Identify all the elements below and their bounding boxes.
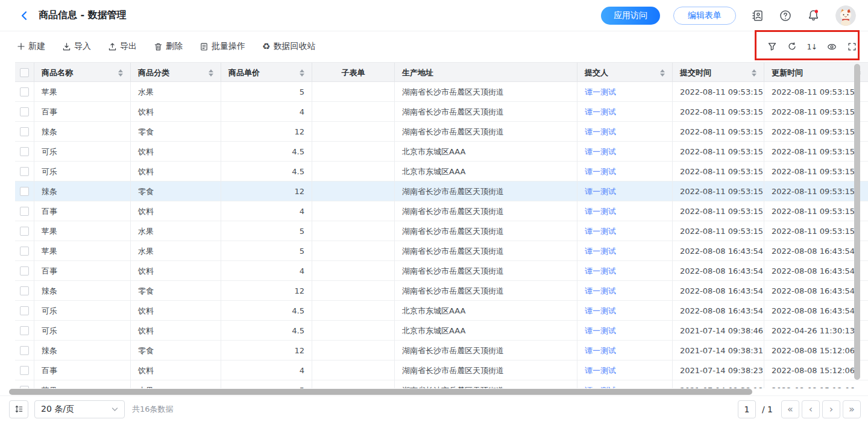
app-access-button[interactable]: 应用访问 — [601, 7, 660, 25]
cell-category: 水果 — [131, 380, 221, 388]
submitter-link[interactable]: 谭一测试 — [585, 286, 616, 297]
help-icon[interactable] — [779, 10, 791, 22]
submitter-link[interactable]: 谭一测试 — [585, 266, 616, 277]
submitter-link[interactable]: 谭一测试 — [585, 226, 616, 237]
table-row[interactable]: 苹果水果5湖南省长沙市岳麓区天顶街道谭一测试2022-08-11 09:53:1… — [15, 82, 868, 102]
page-size-select[interactable]: 20 条/页 — [34, 400, 125, 418]
edit-form-button[interactable]: 编辑表单 — [673, 7, 736, 25]
table-row[interactable]: 辣条零食12湖南省长沙市岳麓区天顶街道谭一测试2022-08-11 09:53:… — [15, 122, 868, 142]
submitter-link[interactable]: 谭一测试 — [585, 326, 616, 336]
column-header-update-time[interactable]: 更新时间 — [764, 63, 868, 83]
last-page-button[interactable]: » — [843, 400, 861, 418]
sort-carets-icon[interactable] — [660, 69, 665, 77]
submitter-link[interactable]: 谭一测试 — [585, 345, 616, 356]
submitter-link[interactable]: 谭一测试 — [585, 127, 616, 137]
vertical-scrollbar[interactable] — [854, 64, 860, 380]
first-page-button[interactable]: « — [781, 400, 799, 418]
sort-carets-icon[interactable] — [752, 69, 756, 77]
horizontal-scrollbar[interactable] — [9, 389, 752, 395]
previous-page-button[interactable]: ‹ — [802, 400, 820, 418]
row-checkbox[interactable] — [20, 227, 29, 236]
sort-carets-icon[interactable] — [209, 69, 213, 77]
table-row[interactable]: 百事饮料4湖南省长沙市岳麓区天顶街道谭一测试2022-08-11 09:53:1… — [15, 201, 868, 221]
refresh-icon[interactable] — [787, 42, 797, 51]
column-header-price[interactable]: 商品单价 — [221, 63, 312, 83]
row-checkbox[interactable] — [20, 386, 29, 388]
row-checkbox[interactable] — [20, 147, 29, 156]
cell-product-name: 辣条 — [34, 122, 131, 142]
pager: 1 / 1 « ‹ › » — [738, 400, 861, 418]
table-row[interactable]: 辣条零食12湖南省长沙市岳麓区天顶街道谭一测试2021-07-14 09:38:… — [15, 341, 868, 361]
recycle-bin-button[interactable]: ♻ 数据回收站 — [262, 41, 315, 52]
row-height-button[interactable] — [9, 400, 28, 418]
row-checkbox[interactable] — [20, 366, 29, 375]
row-checkbox[interactable] — [20, 306, 29, 315]
table-row[interactable]: 百事饮料4湖南省长沙市岳麓区天顶街道谭一测试2021-07-14 09:38:2… — [15, 361, 868, 380]
sort-carets-icon[interactable] — [300, 69, 304, 77]
delete-button[interactable]: 删除 — [154, 41, 183, 52]
submitter-link[interactable]: 谭一测试 — [585, 206, 616, 217]
submitter-link[interactable]: 谭一测试 — [585, 166, 616, 177]
next-page-button[interactable]: › — [822, 400, 840, 418]
row-checkbox[interactable] — [20, 107, 29, 116]
submitter-link[interactable]: 谭一测试 — [585, 306, 616, 316]
submitter-link[interactable]: 谭一测试 — [585, 107, 616, 118]
export-button[interactable]: 导出 — [108, 41, 137, 52]
table-row[interactable]: 辣条零食12湖南省长沙市岳麓区天顶街道谭一测试2022-08-11 09:53:… — [15, 181, 868, 201]
cell-price: 5 — [221, 241, 312, 261]
row-checkbox[interactable] — [20, 87, 29, 96]
cell-update-time: 2022-08-08 16:43:54 — [764, 241, 868, 261]
submitter-link[interactable]: 谭一测试 — [585, 87, 616, 98]
filter-icon[interactable] — [767, 42, 777, 51]
cell-submitter: 谭一测试 — [577, 261, 673, 281]
submitter-link[interactable]: 谭一测试 — [585, 186, 616, 197]
table-row[interactable]: 苹果水果5湖南省长沙市岳麓区天顶街道谭一测试2022-08-11 09:53:1… — [15, 221, 868, 241]
submitter-link[interactable]: 谭一测试 — [585, 365, 616, 376]
column-header-submitter[interactable]: 提交人 — [577, 63, 673, 83]
column-header-submit-time[interactable]: 提交时间 — [673, 63, 764, 83]
row-checkbox[interactable] — [20, 127, 29, 136]
row-checkbox[interactable] — [20, 286, 29, 295]
fullscreen-icon[interactable] — [847, 42, 857, 51]
sort-carets-icon[interactable] — [118, 69, 123, 77]
table-row[interactable]: 可乐饮料4.5北京市东城区AAA谭一测试2022-08-11 09:53:152… — [15, 142, 868, 162]
row-checkbox[interactable] — [20, 207, 29, 216]
row-checkbox[interactable] — [20, 266, 29, 276]
cell-update-time: 2022-08-08 16:43:54 — [764, 281, 868, 301]
new-button[interactable]: 新建 — [17, 41, 45, 52]
row-checkbox[interactable] — [20, 187, 29, 196]
sort-icon[interactable]: 1↓ — [807, 42, 817, 51]
table-row[interactable]: 可乐饮料4.5北京市东城区AAA谭一测试2021-07-14 09:38:462… — [15, 321, 868, 341]
back-icon[interactable] — [19, 10, 30, 21]
contacts-icon[interactable] — [752, 10, 764, 22]
cell-product-name: 百事 — [34, 261, 131, 281]
row-checkbox[interactable] — [20, 346, 29, 355]
row-checkbox[interactable] — [20, 167, 29, 176]
eye-icon[interactable] — [827, 42, 837, 51]
table-row[interactable]: 可乐饮料4.5北京市东城区AAA谭一测试2022-08-08 16:43:542… — [15, 301, 868, 321]
cell-address: 湖南省长沙市岳麓区天顶街道 — [395, 102, 577, 122]
batch-operation-button[interactable]: 批量操作 — [200, 41, 245, 52]
table-row[interactable]: 辣条零食12湖南省长沙市岳麓区天顶街道谭一测试2022-08-08 16:43:… — [15, 281, 868, 301]
avatar[interactable] — [835, 5, 856, 26]
table-row[interactable]: 百事饮料4湖南省长沙市岳麓区天顶街道谭一测试2022-08-08 16:43:5… — [15, 261, 868, 281]
import-button[interactable]: 导入 — [62, 41, 91, 52]
submitter-link[interactable]: 谭一测试 — [585, 385, 616, 389]
table-row[interactable]: 苹果水果5湖南省长沙市岳麓区天顶街道谭一测试2022-08-08 16:43:5… — [15, 241, 868, 261]
table-row[interactable]: 百事饮料4湖南省长沙市岳麓区天顶街道谭一测试2022-08-11 09:53:1… — [15, 102, 868, 122]
column-header-category[interactable]: 商品分类 — [131, 63, 221, 83]
select-all-checkbox[interactable] — [20, 68, 29, 77]
table-row[interactable]: 可乐饮料4.5北京市东城区AAA谭一测试2022-08-11 09:53:152… — [15, 162, 868, 181]
cell-update-time: 2022-08-11 09:53:15 — [764, 102, 868, 122]
row-checkbox[interactable] — [20, 247, 29, 256]
row-checkbox[interactable] — [20, 326, 29, 335]
column-header-subform: 子表单 — [312, 63, 395, 83]
cell-submit-time: 2022-08-08 16:43:54 — [673, 281, 764, 301]
current-page-input[interactable]: 1 — [738, 400, 756, 418]
cell-submitter: 谭一测试 — [577, 321, 673, 341]
submitter-link[interactable]: 谭一测试 — [585, 146, 616, 157]
submitter-link[interactable]: 谭一测试 — [585, 246, 616, 257]
table-row[interactable]: 苹果水果5湖南省长沙市岳麓区天顶街道谭一测试2021-07-14 09:38:1… — [15, 380, 868, 388]
column-header-product-name[interactable]: 商品名称 — [34, 63, 131, 83]
bell-icon[interactable] — [807, 9, 820, 22]
